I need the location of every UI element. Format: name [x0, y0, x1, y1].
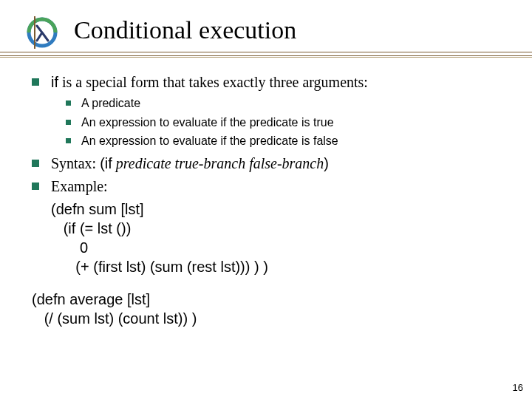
title-underline — [0, 52, 532, 56]
sub-bullet-false: An expression to evaluate if the predica… — [66, 133, 505, 149]
syntax-label: Syntax: — [51, 155, 100, 171]
sub-text: An expression to evaluate if the predica… — [81, 115, 334, 131]
code-sum: (defn sum [lst] (if (= lst ()) 0 (+ (fir… — [51, 200, 505, 276]
example-label: Example: — [51, 177, 108, 197]
square-bullet-icon — [66, 138, 71, 143]
square-bullet-icon — [32, 78, 39, 86]
sub-bullet-predicate: A predicate — [66, 95, 505, 112]
arg-predicate: predicate — [116, 155, 171, 171]
paren: ( — [100, 155, 105, 171]
code-average: (defn average [lst] (/ (sum lst) (count … — [32, 290, 505, 328]
sub-bullet-true: An expression to evaluate if the predica… — [66, 115, 505, 131]
keyword-if: if — [51, 74, 58, 90]
bullet-syntax: Syntax: (if predicate true-branch false-… — [32, 154, 505, 174]
sub-text: An expression to evaluate if the predica… — [81, 133, 338, 149]
paren: ) — [324, 155, 329, 171]
square-bullet-icon — [32, 160, 39, 167]
lambda-logo-icon — [26, 16, 58, 49]
page-number: 16 — [513, 382, 523, 393]
square-bullet-icon — [66, 100, 71, 106]
slide: Conditional execution if is a special fo… — [0, 0, 532, 399]
keyword-if: if — [105, 155, 112, 171]
slide-title: Conditional execution — [74, 16, 296, 44]
arg-true-branch: true-branch — [175, 155, 246, 171]
content-area: if is a special form that takes exactly … — [32, 72, 505, 328]
syntax-line: Syntax: (if predicate true-branch false-… — [51, 154, 329, 174]
bullet-if-intro: if is a special form that takes exactly … — [32, 72, 505, 92]
sub-text: A predicate — [81, 95, 140, 112]
bullet-text: if is a special form that takes exactly … — [51, 72, 368, 92]
square-bullet-icon — [32, 183, 39, 190]
bullet-example: Example: — [32, 177, 505, 197]
arg-false-branch: false-branch — [249, 155, 324, 171]
square-bullet-icon — [66, 120, 71, 125]
text: is a special form that takes exactly thr… — [58, 74, 368, 90]
